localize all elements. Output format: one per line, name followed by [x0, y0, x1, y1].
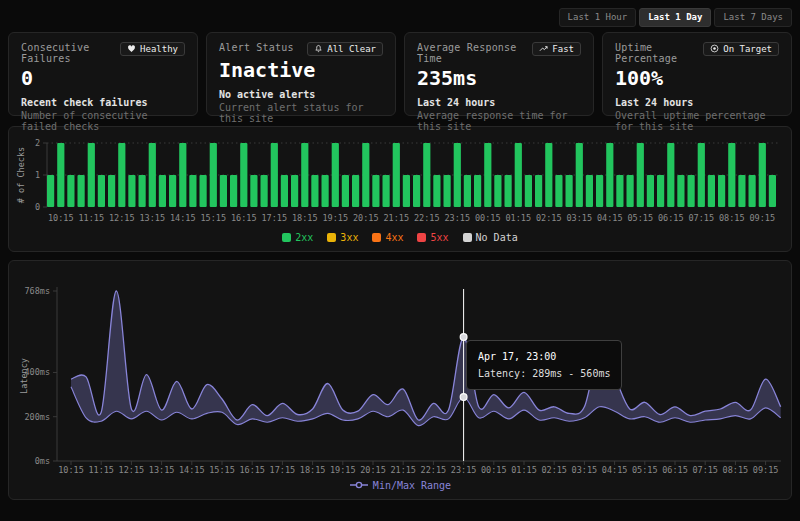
card-uptime-percentage: Uptime Percentage On Target 100% Last 24… [602, 32, 792, 116]
status-bar [261, 175, 268, 207]
checks-chart-panel: 01210:1511:1512:1513:1514:1515:1516:1517… [8, 126, 792, 252]
legend-item-no-data[interactable]: No Data [463, 232, 518, 243]
status-bar [596, 175, 603, 207]
card-title: Average Response Time [417, 42, 532, 64]
status-bar [179, 143, 186, 207]
status-bar [505, 175, 512, 207]
svg-text:09:15: 09:15 [753, 465, 779, 475]
status-bar [708, 175, 715, 207]
svg-text:11:15: 11:15 [78, 213, 104, 223]
line-marker-icon [349, 480, 369, 490]
badge-label: Fast [552, 44, 574, 54]
status-bar [647, 175, 654, 207]
status-bar [322, 175, 329, 207]
legend-item-3xx[interactable]: 3xx [327, 232, 358, 243]
latency-chart-panel: 0ms200ms400ms768ms10:1511:1512:1513:1514… [8, 260, 792, 500]
status-badge: All Clear [307, 42, 383, 56]
svg-text:10:15: 10:15 [58, 465, 84, 475]
status-bar [718, 175, 725, 207]
svg-text:20:15: 20:15 [360, 465, 386, 475]
status-bar [677, 175, 684, 207]
card-value: 0 [21, 67, 185, 90]
status-bar [728, 143, 735, 207]
status-bar [250, 175, 257, 207]
svg-text:05:15: 05:15 [627, 213, 653, 223]
svg-text:23:15: 23:15 [444, 213, 470, 223]
status-bar [118, 143, 125, 207]
svg-text:03:15: 03:15 [572, 465, 598, 475]
badge-label: All Clear [327, 44, 376, 54]
legend-item-4xx[interactable]: 4xx [372, 232, 403, 243]
range-button-1-day[interactable]: Last 1 Day [639, 8, 711, 27]
card-alert-status: Alert Status All Clear Inactive No activ… [206, 32, 396, 116]
svg-text:21:15: 21:15 [383, 213, 409, 223]
legend-item-5xx[interactable]: 5xx [417, 232, 448, 243]
status-bar [383, 175, 390, 207]
svg-text:00:15: 00:15 [475, 213, 501, 223]
svg-text:10:15: 10:15 [48, 213, 74, 223]
status-bar [698, 143, 705, 207]
card-consecutive-failures: Consecutive Failures Healthy 0 Recent ch… [8, 32, 198, 116]
card-value: 100% [615, 67, 779, 90]
range-button-7-days[interactable]: Last 7 Days [714, 8, 792, 27]
status-bar [332, 143, 339, 207]
status-bar [759, 143, 766, 207]
svg-text:22:15: 22:15 [421, 465, 447, 475]
status-bar [464, 175, 471, 207]
topbar: Last 1 Hour Last 1 Day Last 7 Days [0, 0, 800, 32]
svg-text:15:15: 15:15 [209, 465, 235, 475]
svg-text:21:15: 21:15 [390, 465, 416, 475]
svg-text:15:15: 15:15 [200, 213, 226, 223]
checks-chart-legend: 2xx3xx4xx5xxNo Data [15, 229, 785, 249]
status-bar [566, 175, 573, 207]
status-bar [688, 175, 695, 207]
svg-text:19:15: 19:15 [322, 213, 348, 223]
svg-text:06:15: 06:15 [658, 213, 684, 223]
legend-swatch [282, 233, 291, 242]
svg-text:06:15: 06:15 [662, 465, 688, 475]
card-subtitle: Recent check failures [21, 97, 185, 108]
legend-label: 2xx [295, 232, 313, 243]
svg-text:02:15: 02:15 [541, 465, 567, 475]
card-title: Uptime Percentage [615, 42, 703, 64]
svg-text:22:15: 22:15 [414, 213, 440, 223]
status-bar [494, 175, 501, 207]
status-bar [128, 175, 135, 207]
status-bar [220, 175, 227, 207]
trend-up-icon [539, 44, 548, 53]
status-bar [67, 175, 74, 207]
badge-label: On Target [723, 44, 772, 54]
svg-text:# of Checks: # of Checks [16, 147, 26, 203]
status-bar [555, 175, 562, 207]
status-bar [149, 143, 156, 207]
status-bar [47, 175, 54, 207]
card-subtitle: No active alerts [219, 89, 383, 100]
svg-text:07:15: 07:15 [688, 213, 714, 223]
status-bar [616, 175, 623, 207]
svg-text:05:15: 05:15 [632, 465, 658, 475]
legend-item-2xx[interactable]: 2xx [282, 232, 313, 243]
svg-text:14:15: 14:15 [170, 213, 196, 223]
card-subtitle: Last 24 hours [615, 97, 779, 108]
bell-icon [314, 44, 323, 53]
svg-text:12:15: 12:15 [109, 213, 135, 223]
checks-bar-chart[interactable]: 01210:1511:1512:1513:1514:1515:1516:1517… [15, 137, 785, 229]
svg-text:04:15: 04:15 [597, 213, 623, 223]
status-bar [342, 175, 349, 207]
status-bar [139, 175, 146, 207]
latency-area-chart[interactable]: 0ms200ms400ms768ms10:1511:1512:1513:1514… [15, 269, 785, 479]
status-bar [200, 175, 207, 207]
legend-label: 3xx [340, 232, 358, 243]
svg-text:12:15: 12:15 [119, 465, 145, 475]
card-description: Current alert status for this site [219, 102, 383, 124]
status-bar [576, 143, 583, 207]
minmax-legend-item[interactable]: Min/Max Range [349, 480, 451, 491]
status-bar [627, 175, 634, 207]
target-icon [710, 44, 719, 53]
card-description: Overall uptime percentage for this site [615, 110, 779, 132]
status-badge: Fast [532, 42, 581, 56]
status-bar [454, 143, 461, 207]
svg-text:18:15: 18:15 [300, 465, 326, 475]
range-button-1-hour[interactable]: Last 1 Hour [559, 8, 637, 27]
svg-text:0ms: 0ms [35, 456, 50, 466]
